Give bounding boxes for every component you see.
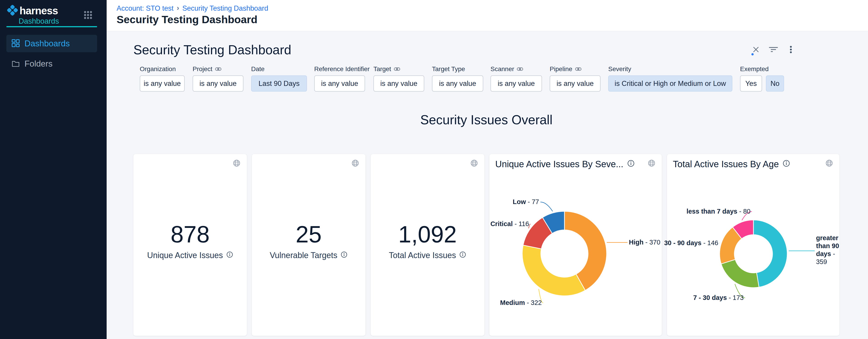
breadcrumb-link-dashboard[interactable]: Security Testing Dashboard — [182, 4, 268, 12]
donut-label-7-30-days: 7 - 30 days - 173 — [693, 294, 744, 302]
chart-title-row: Total Active Issues By Age — [673, 159, 790, 169]
donut-label-30-90-days: 30 - 90 days - 146 — [664, 239, 718, 247]
brand-wordmark: harness — [20, 4, 58, 17]
globe-icon[interactable] — [232, 159, 241, 168]
kebab-menu-icon[interactable] — [787, 45, 795, 55]
filter-chip-target-type[interactable]: is any value — [432, 76, 483, 91]
donut-label-medium: Medium - 322 — [500, 299, 542, 307]
filter-label-pipeline: Pipeline — [550, 65, 582, 73]
filter-exempted-no-button[interactable]: No — [766, 76, 784, 91]
sidebar-item-label: Folders — [25, 59, 53, 68]
globe-icon[interactable] — [351, 159, 360, 168]
stat-label: Vulnerable Targets — [270, 251, 337, 260]
globe-icon[interactable] — [647, 159, 656, 168]
filter-label-target: Target — [373, 65, 400, 73]
close-icon[interactable] — [752, 46, 760, 54]
sidebar-teal-divider — [6, 26, 97, 27]
product-label: Dashboards — [19, 17, 59, 25]
chart-title: Total Active Issues By Age — [673, 159, 779, 169]
filter-label-date: Date — [251, 65, 265, 73]
section-heading: Security Issues Overall — [133, 112, 839, 127]
filter-chip-organization[interactable]: is any value — [140, 76, 185, 91]
stat-value: 1,092 — [371, 221, 484, 247]
info-icon[interactable] — [782, 159, 790, 169]
sidebar-item-dashboards[interactable]: Dashboards — [6, 35, 97, 52]
globe-icon[interactable] — [825, 159, 834, 168]
stat-label: Unique Active Issues — [147, 251, 223, 260]
stat-card-unique-active-issues: 878 Unique Active Issues — [133, 154, 247, 336]
app-root: harness Dashboards Dashboards — [0, 0, 868, 339]
filter-chip-severity[interactable]: is Critical or High or Medium or Low — [608, 76, 732, 91]
cursor-dot — [751, 53, 754, 55]
dashboard-toolbar — [752, 45, 795, 55]
donut-label-greater-than-90-days: greater than 90 days - 359 — [816, 234, 843, 266]
filter-chip-pipeline[interactable]: is any value — [550, 76, 600, 91]
filter-label-severity: Severity — [608, 65, 631, 73]
filter-label-reference-identifier: Reference Identifier — [314, 65, 370, 73]
filter-label-organization: Organization — [140, 65, 176, 73]
filter-label-project: Project — [193, 65, 221, 73]
donut-label-critical: Critical - 116 — [491, 220, 529, 228]
info-icon[interactable] — [341, 251, 347, 260]
link-icon — [575, 67, 582, 72]
sidebar-item-label: Dashboards — [25, 39, 70, 48]
filter-chip-scanner[interactable]: is any value — [491, 76, 542, 91]
harness-logo[interactable]: harness — [7, 4, 58, 17]
module-switcher-grid-icon[interactable] — [83, 10, 93, 21]
info-icon[interactable] — [226, 251, 233, 260]
folder-icon — [11, 59, 20, 68]
filter-exempted-yes-button[interactable]: Yes — [740, 76, 762, 91]
dashboard-title: Security Testing Dashboard — [133, 42, 291, 57]
donut-label-less-than-7-days: less than 7 days - 80 — [686, 207, 750, 216]
info-icon[interactable] — [459, 251, 466, 260]
stat-label: Total Active Issues — [389, 251, 456, 260]
filter-label-exempted: Exempted — [740, 65, 769, 73]
link-icon — [394, 67, 400, 72]
info-icon[interactable] — [627, 159, 635, 169]
filter-chip-project[interactable]: is any value — [193, 76, 243, 91]
stat-card-total-active-issues: 1,092 Total Active Issues — [371, 154, 484, 336]
breadcrumb-link-account[interactable]: Account: STO test — [117, 4, 174, 12]
donut-label-high: High - 370 — [629, 238, 660, 246]
filter-icon[interactable] — [768, 46, 778, 54]
sidebar: harness Dashboards Dashboards — [0, 0, 106, 339]
link-icon — [517, 67, 523, 72]
stat-label-row: Vulnerable Targets — [252, 251, 366, 260]
chevron-right-icon: › — [177, 4, 179, 12]
stat-label-row: Unique Active Issues — [133, 251, 247, 260]
filter-label-scanner: Scanner — [491, 65, 523, 73]
page-title: Security Testing Dashboard — [117, 13, 257, 26]
filter-chip-date[interactable]: Last 90 Days — [251, 76, 307, 91]
harness-logo-icon — [7, 4, 18, 17]
stat-value: 25 — [252, 221, 366, 247]
stat-value: 878 — [133, 221, 247, 247]
chart-title-row: Unique Active Issues By Seve... — [495, 159, 635, 169]
dashboard-tiles-icon — [11, 39, 20, 48]
breadcrumb: Account: STO test › Security Testing Das… — [117, 4, 268, 12]
filter-chip-target[interactable]: is any value — [373, 76, 424, 91]
donut-label-low: Low - 77 — [513, 198, 539, 206]
sidebar-item-folders[interactable]: Folders — [6, 55, 97, 73]
filter-chip-reference-identifier[interactable]: is any value — [314, 76, 365, 91]
link-icon — [215, 67, 221, 72]
chart-title: Unique Active Issues By Seve... — [495, 159, 623, 169]
filter-label-target-type: Target Type — [432, 65, 465, 73]
globe-icon[interactable] — [470, 159, 478, 168]
stat-label-row: Total Active Issues — [371, 251, 484, 260]
stat-card-vulnerable-targets: 25 Vulnerable Targets — [252, 154, 366, 336]
top-header: Account: STO test › Security Testing Das… — [106, 0, 868, 31]
